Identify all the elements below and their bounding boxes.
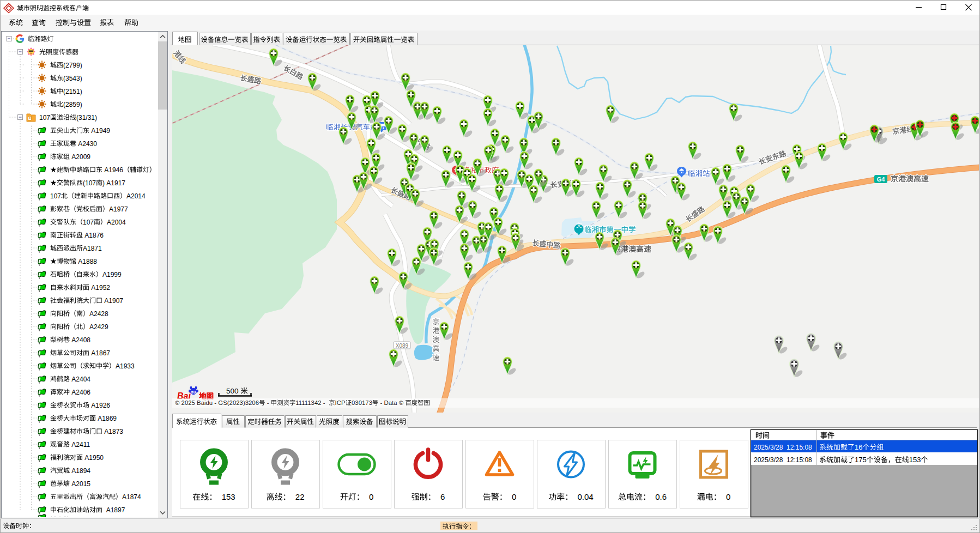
svg-text:A2428: A2428 [89, 310, 108, 318]
svg-text:A1952: A1952 [89, 284, 110, 292]
svg-text:A1999: A1999 [102, 271, 122, 278]
svg-text:ICP: ICP [335, 399, 346, 406]
svg-text:0.04: 0.04 [573, 492, 594, 501]
svg-text:A1977: A1977 [109, 205, 128, 213]
svg-text:175: 175 [855, 456, 867, 464]
svg-text:(2799): (2799) [63, 62, 82, 69]
svg-text:2025/3/28 12:15:08: 2025/3/28 12:15:08 [754, 444, 812, 451]
svg-text:0.6: 0.6 [651, 492, 667, 501]
svg-text:(107: (107 [83, 179, 96, 187]
svg-text:6: 6 [436, 492, 445, 501]
svg-text:16: 16 [855, 443, 862, 451]
svg-text:X089: X089 [396, 343, 409, 349]
svg-text:030173: 030173 [352, 399, 372, 406]
svg-text:0: 0 [507, 492, 517, 501]
svg-text:(3543): (3543) [63, 75, 82, 82]
svg-text:A2015: A2015 [70, 480, 90, 488]
svg-text:22: 22 [291, 492, 305, 501]
svg-text:A1869: A1869 [96, 415, 117, 422]
svg-text:- Data ©: - Data © [378, 399, 405, 406]
svg-text:A1926: A1926 [89, 402, 110, 409]
svg-text:A1876: A1876 [83, 232, 104, 239]
svg-text:A2404: A2404 [70, 375, 90, 383]
svg-text:0: 0 [365, 492, 374, 501]
svg-text:文: 文 [576, 222, 582, 228]
svg-text:(2151): (2151) [63, 88, 82, 95]
svg-text:107: 107 [50, 192, 61, 200]
svg-text:du: du [191, 390, 196, 395]
svg-text:A2429: A2429 [89, 323, 108, 331]
svg-text:) A1917: ) A1917 [102, 179, 125, 187]
svg-text:A1894: A1894 [70, 467, 90, 475]
svg-text:A1950: A1950 [83, 454, 104, 462]
svg-text:107: 107 [39, 114, 50, 122]
svg-text:A1874: A1874 [122, 493, 141, 501]
svg-text:A1867: A1867 [89, 349, 110, 357]
svg-text:A1897: A1897 [102, 506, 125, 514]
svg-text:A2411: A2411 [70, 441, 90, 449]
svg-text:153: 153 [909, 456, 921, 464]
svg-text:A2014: A2014 [126, 192, 146, 200]
svg-text:500: 500 [226, 387, 240, 395]
svg-text:-: - [265, 399, 271, 406]
svg-text:A1907: A1907 [102, 297, 123, 305]
svg-text:A1949: A1949 [89, 127, 110, 135]
svg-text:2025/3/28 12:15:08: 2025/3/28 12:15:08 [754, 456, 812, 464]
svg-text:107: 107 [83, 219, 94, 226]
svg-text:(2859): (2859) [63, 101, 82, 108]
svg-text:G4: G4 [877, 176, 886, 183]
svg-text:A2009: A2009 [70, 153, 90, 161]
svg-text:(31/31): (31/31) [76, 114, 97, 122]
svg-text:11111342 -: 11111342 - [295, 399, 326, 406]
svg-text:© 2025 Baidu - GS(2023)3206: © 2025 Baidu - GS(2023)3206 [175, 399, 259, 406]
svg-text:0: 0 [722, 492, 731, 501]
svg-text:A2408: A2408 [70, 336, 90, 344]
svg-text:A1888: A1888 [76, 258, 97, 265]
svg-text:A2004: A2004 [107, 219, 126, 226]
svg-text:A1933: A1933 [116, 362, 135, 370]
svg-text:A1946: A1946 [102, 166, 123, 174]
svg-text:A2406: A2406 [70, 389, 90, 396]
svg-text:A1873: A1873 [102, 428, 123, 435]
svg-text:A2430: A2430 [76, 140, 97, 148]
svg-text:153: 153 [217, 492, 235, 501]
svg-text:A1871: A1871 [83, 245, 102, 252]
